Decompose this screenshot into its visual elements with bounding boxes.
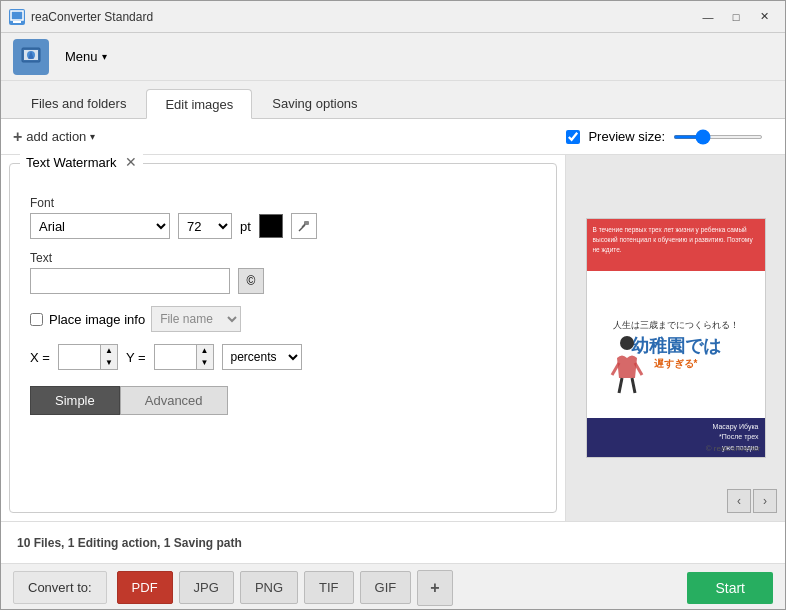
format-pdf-button[interactable]: PDF — [117, 571, 173, 604]
window-title: reaConverter Standard — [31, 10, 695, 24]
preview-size-slider[interactable] — [673, 135, 763, 139]
preview-slider-container — [673, 135, 773, 139]
x-up-arrow[interactable]: ▲ — [101, 345, 117, 357]
y-input[interactable]: 93 — [154, 344, 196, 370]
text-watermark-panel: Text Watermark ✕ Font Arial 72 pt — [9, 163, 557, 513]
preview-top-text: В течение первых трех лет жизни у ребенк… — [593, 225, 759, 254]
text-label: Text — [30, 251, 536, 265]
xy-row: X = 73 ▲ ▼ Y = 93 ▲ ▼ — [30, 344, 536, 370]
panel-title-bar: Text Watermark ✕ — [20, 154, 143, 170]
size-unit-label: pt — [240, 219, 251, 234]
add-action-arrow: ▾ — [90, 131, 95, 142]
menu-button[interactable]: Menu ▾ — [57, 45, 115, 68]
toolbar: + add action ▾ Preview size: — [1, 119, 785, 155]
mode-buttons: Simple Advanced — [30, 386, 536, 415]
preview-size-label: Preview size: — [588, 129, 665, 144]
svg-point-9 — [620, 336, 634, 350]
format-tif-button[interactable]: TIF — [304, 571, 354, 604]
bottom-bar: Convert to: PDF JPG PNG TIF GIF + Start — [1, 563, 785, 610]
close-button[interactable]: ✕ — [751, 6, 777, 28]
copyright-button[interactable]: © — [238, 268, 264, 294]
title-bar: reaConverter Standard — □ ✕ — [1, 1, 785, 33]
tab-files[interactable]: Files and folders — [13, 88, 144, 118]
tab-edit-images[interactable]: Edit images — [146, 89, 252, 119]
x-spinbox: 73 ▲ ▼ — [58, 344, 118, 370]
file-name-select[interactable]: File name — [151, 306, 241, 332]
panel-title-text: Text Watermark — [26, 155, 117, 170]
svg-line-12 — [619, 378, 622, 393]
preview-body: 人生は三歳までにつくられる！ 幼稚園では 遅すぎる* — [587, 271, 765, 418]
minimize-button[interactable]: — — [695, 6, 721, 28]
svg-line-6 — [299, 225, 305, 231]
y-label: Y = — [126, 350, 146, 365]
menu-bar: Menu ▾ — [1, 33, 785, 81]
x-input[interactable]: 73 — [58, 344, 100, 370]
place-image-info-checkbox[interactable] — [30, 313, 43, 326]
x-label: X = — [30, 350, 50, 365]
text-input[interactable]: © reaConverter — [30, 268, 230, 294]
preview-image: В течение первых трех лет жизни у ребенк… — [586, 218, 766, 458]
add-format-button[interactable]: + — [417, 570, 452, 606]
edit-panel: Text Watermark ✕ Font Arial 72 pt — [1, 155, 565, 521]
svg-rect-0 — [11, 11, 23, 20]
prev-image-button[interactable]: ‹ — [727, 489, 751, 513]
y-up-arrow[interactable]: ▲ — [197, 345, 213, 357]
units-select[interactable]: percents pixels — [222, 344, 302, 370]
text-row: Text © reaConverter © — [30, 251, 536, 294]
tab-saving-options[interactable]: Saving options — [254, 88, 375, 118]
eyedropper-button[interactable] — [291, 213, 317, 239]
main-content: Text Watermark ✕ Font Arial 72 pt — [1, 155, 785, 521]
saving-label: Saving path — [174, 536, 242, 550]
next-image-button[interactable]: › — [753, 489, 777, 513]
app-icon — [9, 9, 25, 25]
preview-author: Масару Ибука — [593, 422, 759, 433]
preview-nav-arrows: ‹ › — [727, 489, 777, 513]
preview-character — [597, 328, 647, 398]
start-button[interactable]: Start — [687, 572, 773, 604]
tabs-bar: Files and folders Edit images Saving opt… — [1, 81, 785, 119]
preview-checkbox[interactable] — [566, 130, 580, 144]
files-count: 10 — [17, 536, 30, 550]
add-action-button[interactable]: + add action ▾ — [13, 128, 95, 146]
panel-close-button[interactable]: ✕ — [125, 154, 137, 170]
x-arrows: ▲ ▼ — [100, 344, 118, 370]
menu-label: Menu — [65, 49, 98, 64]
y-spinbox: 93 ▲ ▼ — [154, 344, 214, 370]
status-text: 10 Files, 1 Editing action, 1 Saving pat… — [17, 536, 242, 550]
menu-dropdown-arrow: ▾ — [102, 51, 107, 62]
simple-mode-button[interactable]: Simple — [30, 386, 120, 415]
app-logo-icon — [13, 39, 49, 75]
preview-watermark-text: © reaConverter — [706, 444, 761, 453]
svg-line-11 — [635, 363, 642, 375]
svg-line-10 — [612, 363, 619, 375]
color-swatch[interactable] — [259, 214, 283, 238]
maximize-button[interactable]: □ — [723, 6, 749, 28]
window-controls: — □ ✕ — [695, 6, 777, 28]
watermark-form: Font Arial 72 pt — [22, 176, 544, 423]
x-down-arrow[interactable]: ▼ — [101, 357, 117, 369]
advanced-mode-button[interactable]: Advanced — [120, 386, 228, 415]
add-action-label: add action — [26, 129, 86, 144]
font-label: Font — [30, 196, 536, 210]
font-row: Font Arial 72 pt — [30, 196, 536, 239]
y-arrows: ▲ ▼ — [196, 344, 214, 370]
files-label: Files, — [34, 536, 65, 550]
text-controls: © reaConverter © — [30, 268, 536, 294]
format-png-button[interactable]: PNG — [240, 571, 298, 604]
status-bar: 10 Files, 1 Editing action, 1 Saving pat… — [1, 521, 785, 563]
svg-rect-1 — [13, 21, 21, 23]
font-size-select[interactable]: 72 — [178, 213, 232, 239]
font-family-select[interactable]: Arial — [30, 213, 170, 239]
editing-label: Editing action, — [78, 536, 161, 550]
svg-line-13 — [632, 378, 635, 393]
place-image-info-label: Place image info — [49, 312, 145, 327]
format-jpg-button[interactable]: JPG — [179, 571, 234, 604]
format-gif-button[interactable]: GIF — [360, 571, 412, 604]
font-controls: Arial 72 pt — [30, 213, 536, 239]
y-down-arrow[interactable]: ▼ — [197, 357, 213, 369]
place-image-info-row: Place image info File name — [30, 306, 536, 332]
editing-count: 1 — [68, 536, 75, 550]
preview-top-banner: В течение первых трех лет жизни у ребенк… — [587, 219, 765, 271]
convert-to-label: Convert to: — [13, 571, 107, 604]
preview-size-area: Preview size: — [566, 129, 773, 144]
